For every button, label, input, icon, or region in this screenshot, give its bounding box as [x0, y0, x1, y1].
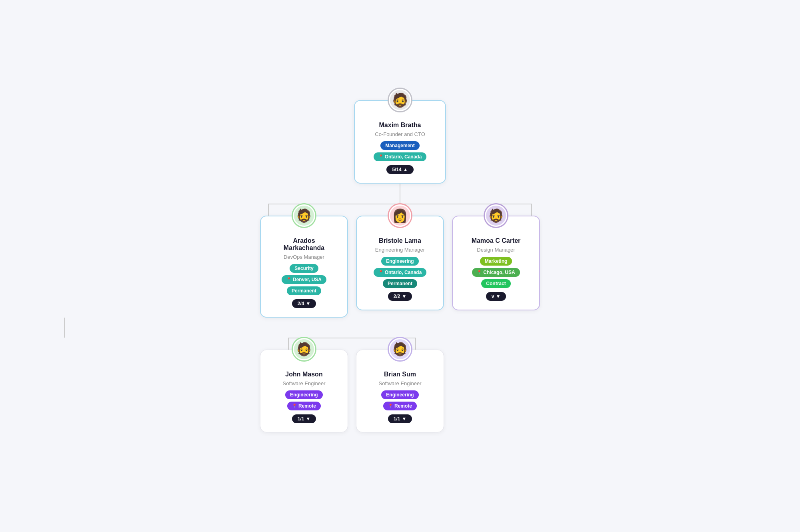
child1-avatar: 🧔 [293, 204, 315, 227]
child2-extra-badge[interactable]: Permanent [383, 279, 417, 288]
child3-extra-badge[interactable]: Contract [481, 279, 510, 288]
root-location-pin: 📍 [378, 154, 383, 159]
child3-node: 🧔 Mamoa C Carter Design Manager Marketin… [452, 216, 540, 310]
grandchild1-location-badge[interactable]: 📍 Remote [287, 402, 321, 410]
child1-extra-badge[interactable]: Permanent [287, 286, 321, 295]
grandchild1-dept-badge[interactable]: Engineering [285, 390, 322, 399]
grandchild2-avatar: 🧔 [389, 338, 411, 360]
child3-name: Mamoa C Carter [472, 237, 521, 244]
root-card-body: 🧔 Maxim Bratha Co-Founder and CTO Manage… [354, 100, 446, 184]
child2-dept-badge[interactable]: Engineering [381, 257, 418, 266]
child2-name: Bristole Lama [379, 237, 421, 244]
child1-location-badge[interactable]: 📍 Denver, USA [282, 275, 326, 284]
grandchild1-avatar: 🧔 [293, 338, 315, 360]
child2-to-grandchildren-line [64, 318, 65, 338]
level1-row: 🧔 Arados Markachanda DevOps Manager Secu… [260, 216, 540, 318]
root-name: Maxim Bratha [379, 122, 421, 129]
child3-count[interactable]: v ▼ [486, 292, 506, 301]
grandchild2-name: Brian Sum [384, 371, 416, 378]
child3-dept-badge[interactable]: Marketing [480, 257, 512, 266]
grandchild1-count[interactable]: 1/1 ▼ [292, 414, 316, 423]
child1-name: Arados Markachanda [272, 237, 336, 252]
grandchild2-dept-badge[interactable]: Engineering [381, 390, 418, 399]
child2-count[interactable]: 2/2 ▼ [388, 292, 412, 301]
root-node: 🧔 Maxim Bratha Co-Founder and CTO Manage… [354, 100, 446, 184]
grandchild1-card-body: 🧔 John Mason Software Engineer Engineeri… [260, 350, 348, 432]
grandchild2-location-badge[interactable]: 📍 Remote [383, 402, 417, 410]
child2-location-badge[interactable]: 📍 Ontario, Canada [374, 268, 427, 277]
grandchild1-node: 🧔 John Mason Software Engineer Engineeri… [260, 350, 348, 432]
child3-card-body: 🧔 Mamoa C Carter Design Manager Marketin… [452, 216, 540, 310]
level2-row: 🧔 John Mason Software Engineer Engineeri… [260, 350, 444, 432]
pin-icon4: 📍 [292, 404, 297, 408]
child1-dept-badge[interactable]: Security [290, 264, 318, 273]
grandchild2-title: Software Engineer [379, 380, 422, 386]
child3-avatar: 🧔 [485, 204, 507, 227]
child1-count[interactable]: 2/4 ▼ [292, 299, 316, 308]
grandchild2-card-body: 🧔 Brian Sum Software Engineer Engineerin… [356, 350, 444, 432]
child1-node: 🧔 Arados Markachanda DevOps Manager Secu… [260, 216, 348, 318]
org-chart: 🧔 Maxim Bratha Co-Founder and CTO Manage… [160, 100, 640, 432]
root-location-badge[interactable]: 📍 Ontario, Canada [374, 152, 427, 161]
child1-card-body: 🧔 Arados Markachanda DevOps Manager Secu… [260, 216, 348, 318]
root-avatar: 🧔 [389, 89, 411, 111]
child1-title: DevOps Manager [284, 254, 324, 260]
root-title: Co-Founder and CTO [375, 131, 425, 137]
root-card: 🧔 Maxim Bratha Co-Founder and CTO Manage… [354, 100, 446, 184]
grandchild2-count[interactable]: 1/1 ▼ [388, 414, 412, 423]
child2-avatar: 👩 [389, 204, 411, 227]
child2-node: 👩 Bristole Lama Engineering Manager Engi… [356, 216, 444, 310]
child3-location-badge[interactable]: 📍 Chicago, USA [472, 268, 520, 277]
pin-icon5: 📍 [388, 404, 393, 408]
root-dept-badge[interactable]: Management [380, 141, 419, 150]
root-to-children-line [400, 184, 400, 204]
grandchild1-name: John Mason [285, 371, 322, 378]
root-count[interactable]: 5/14 ▲ [386, 165, 413, 174]
pin-icon3: 📍 [477, 270, 482, 274]
child3-title: Design Manager [477, 247, 515, 253]
pin-icon: 📍 [286, 277, 291, 282]
grandchild1-title: Software Engineer [283, 380, 326, 386]
child2-card-body: 👩 Bristole Lama Engineering Manager Engi… [356, 216, 444, 310]
grandchild2-node: 🧔 Brian Sum Software Engineer Engineerin… [356, 350, 444, 432]
child2-title: Engineering Manager [375, 247, 425, 253]
pin-icon2: 📍 [378, 270, 383, 274]
